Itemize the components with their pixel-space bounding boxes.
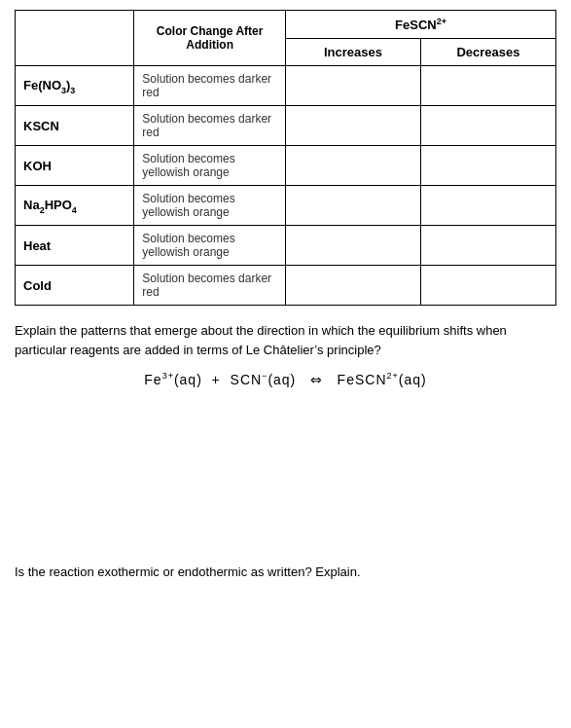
decreases-heat — [420, 226, 555, 266]
explanation-text: Explain the patterns that emerge about t… — [15, 323, 507, 357]
decreases-koh — [420, 146, 555, 186]
chemical-equation: Fe3+(aq) + SCN−(aq) ⇔ FeSCN2+(aq) — [15, 371, 556, 387]
decreases-na2hpo4 — [420, 186, 555, 226]
color-cold: Solution becomes darker red — [134, 266, 286, 306]
increases-na2hpo4 — [285, 186, 420, 226]
decreases-fe — [420, 66, 555, 106]
table-row: Cold Solution becomes darker red — [16, 266, 556, 306]
main-table-container: Color Change After Addition FeSCN2+ Incr… — [15, 10, 556, 306]
color-change-header: Color Change After Addition — [134, 11, 286, 66]
increases-header: Increases — [285, 39, 420, 66]
increases-koh — [285, 146, 420, 186]
reagent-cold: Cold — [16, 266, 134, 306]
data-table: Color Change After Addition FeSCN2+ Incr… — [15, 10, 556, 306]
increases-kscn — [285, 106, 420, 146]
table-row: Fe(NO3)3 Solution becomes darker red — [16, 66, 556, 106]
color-change-header-text: Color Change After Addition — [157, 24, 264, 52]
color-kscn: Solution becomes darker red — [134, 106, 286, 146]
increases-cold — [285, 266, 420, 306]
fescn-header: FeSCN2+ — [285, 11, 555, 39]
table-body: Fe(NO3)3 Solution becomes darker red KSC… — [16, 66, 556, 306]
decreases-cold — [420, 266, 555, 306]
explanation-paragraph: Explain the patterns that emerge about t… — [15, 321, 556, 359]
reagent-kscn: KSCN — [16, 106, 134, 146]
table-row: Na2HPO4 Solution becomes yellowish orang… — [16, 186, 556, 226]
reagent-header — [16, 11, 134, 66]
table-row: Heat Solution becomes yellowish orange — [16, 226, 556, 266]
reagent-koh: KOH — [16, 146, 134, 186]
bottom-question: Is the reaction exothermic or endothermi… — [15, 563, 556, 582]
reagent-fe: Fe(NO3)3 — [16, 66, 134, 106]
decreases-header: Decreases — [420, 39, 555, 66]
increases-fe — [285, 66, 420, 106]
color-fe: Solution becomes darker red — [134, 66, 286, 106]
table-row: KOH Solution becomes yellowish orange — [16, 146, 556, 186]
color-heat: Solution becomes yellowish orange — [134, 226, 286, 266]
increases-heat — [285, 226, 420, 266]
color-na2hpo4: Solution becomes yellowish orange — [134, 186, 286, 226]
decreases-kscn — [420, 106, 555, 146]
header-row-1: Color Change After Addition FeSCN2+ — [16, 11, 556, 39]
table-row: KSCN Solution becomes darker red — [16, 106, 556, 146]
reagent-na2hpo4: Na2HPO4 — [16, 186, 134, 226]
color-koh: Solution becomes yellowish orange — [134, 146, 286, 186]
fescn-label-text: FeSCN2+ — [395, 18, 446, 32]
reagent-heat: Heat — [16, 226, 134, 266]
bottom-question-text: Is the reaction exothermic or endothermi… — [15, 564, 361, 579]
